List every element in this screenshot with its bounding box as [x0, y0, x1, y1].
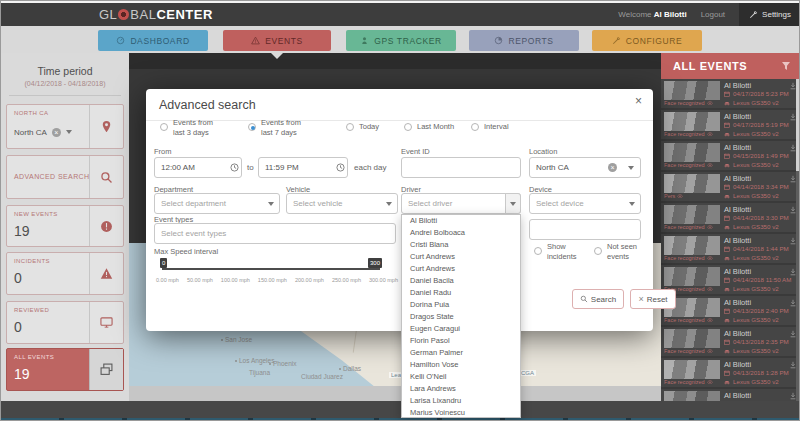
radio-interval[interactable] — [471, 123, 479, 131]
filter-icon[interactable] — [781, 61, 791, 71]
vehicle-select[interactable] — [286, 193, 398, 214]
driver-option[interactable]: Andrei Bolboaca — [402, 227, 520, 239]
driver-option[interactable]: German Palmer — [402, 347, 520, 359]
event-card[interactable]: Face recognized Al Bilotti 04/14/2018 11… — [661, 265, 800, 294]
event-thumbnail[interactable] — [664, 267, 720, 286]
location-select[interactable]: North CA — [14, 124, 86, 140]
advanced-search-card[interactable]: ADVANCED SEARCH — [6, 155, 124, 199]
driver-select[interactable] — [401, 193, 521, 214]
event-thumbnail[interactable] — [664, 329, 720, 348]
radio-not-seen-events[interactable] — [594, 247, 602, 255]
driver-option[interactable]: Curt Andrews — [402, 251, 520, 263]
tab-events[interactable]: EVENTS — [223, 30, 331, 51]
driver-option[interactable]: Daniel Bacila — [402, 275, 520, 287]
radio-last-month[interactable] — [404, 123, 412, 131]
device-select[interactable] — [529, 193, 641, 214]
driver-select-caret-button[interactable] — [505, 193, 521, 214]
driver-option[interactable]: Eugen Caragui — [402, 323, 520, 335]
to-time-input[interactable] — [258, 157, 348, 178]
radio-last-7-days[interactable] — [248, 123, 256, 131]
event-vehicle-row: Lexus GS350 v2 — [724, 223, 779, 230]
driver-option[interactable]: Florin Pasol — [402, 335, 520, 347]
driver-option[interactable]: Cristi Blana — [402, 239, 520, 251]
department-select[interactable] — [154, 193, 280, 214]
calendar-icon — [724, 184, 730, 190]
settings-button[interactable]: Settings — [739, 3, 800, 26]
driver-option[interactable]: Kelli O'Neil — [402, 371, 520, 383]
event-card[interactable]: Face recognized Al Bilotti 04/13/2018 1:… — [661, 358, 800, 387]
slider-track[interactable] — [162, 268, 380, 270]
event-card[interactable]: Pers Al Bilotti 04/14/2018 3:34 PM Lexus… — [661, 172, 800, 201]
advanced-search-modal: Advanced search × Events fromlast 3 days… — [146, 89, 653, 331]
incidents-card[interactable]: INCIDENTS 0 — [6, 252, 124, 295]
map-pin-button[interactable] — [89, 105, 123, 148]
driver-option[interactable]: Dragos State — [402, 311, 520, 323]
driver-option[interactable]: Marius Voinescu — [402, 407, 520, 418]
tab-configure[interactable]: CONFIGURE — [592, 30, 702, 51]
events-scrollbar[interactable] — [796, 79, 800, 401]
event-card[interactable]: Face recognized Al Bilotti 04/14/2018 3:… — [661, 203, 800, 232]
clear-icon[interactable] — [608, 163, 617, 172]
event-card[interactable]: Face recognized Al Bilotti 04/14/2018 1:… — [661, 234, 800, 263]
slider-max-handle[interactable]: 300 — [368, 258, 382, 268]
driver-option[interactable]: Curt Andrews — [402, 263, 520, 275]
radio-today[interactable] — [346, 123, 354, 131]
driver-option[interactable]: Daniel Radu — [402, 287, 520, 299]
logout-link[interactable]: Logout — [701, 10, 725, 19]
event-thumbnail[interactable] — [664, 81, 720, 100]
event-date: 04/14/2018 3:34 PM — [733, 183, 789, 190]
driver-option[interactable]: Hamilton Vose — [402, 359, 520, 371]
event-card[interactable]: Face recognized Al Bilotti 04/17/2018 5:… — [661, 110, 800, 139]
location-select[interactable] — [529, 157, 641, 178]
driver-option[interactable]: Larisa Lixandru — [402, 395, 520, 407]
driver-option[interactable]: Lara Andrews — [402, 383, 520, 395]
event-thumbnail[interactable] — [664, 236, 720, 255]
search-button[interactable] — [89, 156, 123, 198]
location-card-label: NORTH CA — [14, 110, 48, 116]
event-vehicle-row: Lexus GS350 v2 — [724, 316, 779, 323]
new-events-label: NEW EVENTS — [14, 211, 58, 217]
event-id-input[interactable] — [401, 157, 521, 178]
reviewed-card[interactable]: REVIEWED 0 — [6, 301, 124, 344]
incidents-count: 0 — [14, 270, 22, 286]
event-date-row: 04/15/2018 1:49 PM — [724, 152, 789, 159]
driver-dropdown-list[interactable]: Al BilottiAndrei BolboacaCristi BlanaCur… — [401, 214, 521, 418]
event-thumbnail[interactable] — [664, 143, 720, 162]
search-button[interactable]: Search — [572, 289, 624, 309]
event-driver-name: Al Bilotti — [724, 112, 751, 121]
from-time-input[interactable] — [154, 157, 242, 178]
tab-reports[interactable]: REPORTS — [469, 30, 579, 51]
driver-option[interactable]: Dorina Puia — [402, 299, 520, 311]
event-thumbnail[interactable] — [664, 360, 720, 379]
event-tag: Face recognized — [664, 131, 705, 137]
all-events-card[interactable]: ALL EVENTS 19 — [6, 348, 124, 391]
event-vehicle: Lexus GS350 v2 — [733, 347, 779, 354]
tab-dashboard[interactable]: DASHBOARD — [98, 30, 208, 51]
eye-icon — [707, 349, 713, 354]
secondary-input[interactable] — [529, 219, 641, 240]
all-events-panel: ALL EVENTS Face recognized Al Bilotti 04… — [661, 53, 800, 401]
event-thumbnail[interactable] — [664, 112, 720, 131]
driver-option[interactable]: Al Bilotti — [402, 215, 520, 227]
event-card[interactable]: Face recognized Al Bilotti 04/17/2018 5:… — [661, 79, 800, 108]
clear-icon[interactable] — [52, 128, 61, 137]
radio-last-3-days[interactable] — [160, 123, 168, 131]
event-thumbnail[interactable] — [664, 174, 720, 193]
event-card[interactable]: Face recognized Al Bilotti 04/15/2018 1:… — [661, 141, 800, 170]
event-thumbnail[interactable] — [664, 205, 720, 224]
reset-button[interactable]: × Reset — [630, 289, 676, 309]
calendar-icon — [724, 370, 730, 376]
slider-min-handle[interactable]: 0 — [160, 258, 167, 268]
event-thumbnail[interactable] — [664, 391, 720, 401]
radio-show-incidents[interactable] — [534, 247, 542, 255]
new-events-card[interactable]: NEW EVENTS 19 — [6, 205, 124, 247]
event-card[interactable]: Face recognized Al Bilotti 04/13/2018 2:… — [661, 327, 800, 356]
event-date-row: 04/14/2018 11:50 AM — [724, 276, 791, 283]
event-types-input[interactable] — [154, 223, 396, 244]
max-speed-slider[interactable]: 0 300 — [160, 256, 382, 272]
event-card[interactable]: Face recognized Al Bilotti 04/13/2018 2:… — [661, 296, 800, 325]
close-icon[interactable]: × — [635, 94, 642, 108]
tab-gps-tracker[interactable]: GPS TRACKER — [346, 30, 456, 51]
event-card[interactable]: Al Bilotti — [661, 389, 800, 401]
scrollbar-thumb[interactable] — [796, 79, 800, 171]
